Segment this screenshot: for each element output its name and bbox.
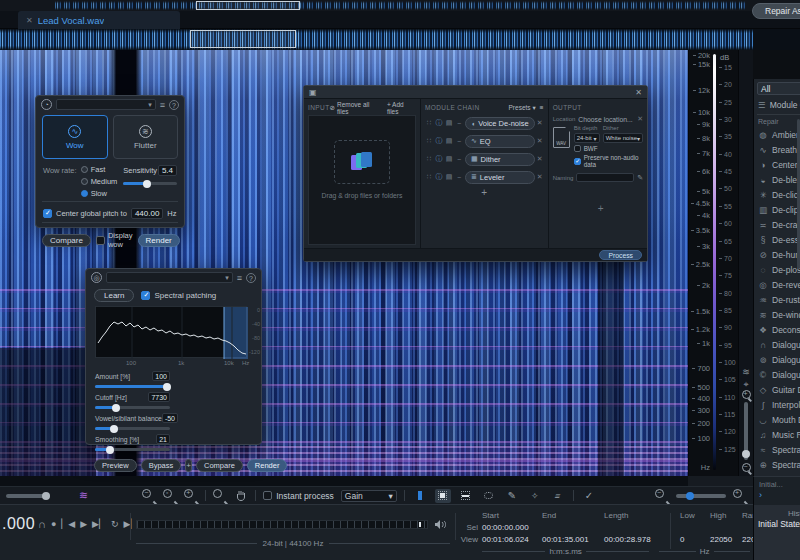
compare-button[interactable]: Compare — [196, 459, 243, 472]
render-button[interactable]: Render — [247, 459, 288, 472]
time-frequency-selection-tool[interactable] — [435, 489, 451, 503]
radio-fast-dot[interactable] — [81, 166, 88, 173]
preview-button[interactable]: Preview — [94, 459, 137, 472]
center-pitch-checkbox[interactable] — [43, 209, 52, 218]
param-value[interactable]: 21 — [156, 434, 170, 444]
info-icon[interactable]: ⓘ — [435, 118, 443, 128]
display-wow-checkbox[interactable] — [96, 236, 105, 245]
sidebar-module-item[interactable]: ♫ Music Rebalance — [754, 427, 800, 442]
help-icon[interactable]: ? — [246, 273, 256, 283]
process-button[interactable]: Process — [599, 250, 642, 260]
brush-selection-tool[interactable]: ✎ — [504, 489, 520, 503]
radio-fast[interactable]: Fast — [81, 165, 118, 174]
add-files-button[interactable]: + Add files — [387, 101, 416, 115]
spectral-patching-checkbox[interactable] — [141, 291, 150, 300]
batch-title-bar[interactable]: ▣ ✕ — [304, 86, 647, 99]
param-value[interactable]: 7730 — [148, 392, 170, 402]
instant-process-toggle[interactable]: Instant process — [263, 491, 334, 501]
sidebar-module-item[interactable]: ≋ De-wind — [754, 307, 800, 322]
edit-naming-icon[interactable]: ✎ — [637, 174, 643, 182]
expand-chevron-icon[interactable]: › — [754, 489, 800, 500]
display-wow-toggle[interactable]: Display wow — [96, 231, 133, 249]
history-item-initial-state[interactable]: Initial State — [758, 519, 800, 529]
chain-module-row[interactable]: ∷ ⓘ ▤ − ▦ Dither ✕ — [425, 151, 544, 167]
radio-medium[interactable]: Medium — [81, 177, 118, 186]
view-end-value[interactable]: 00:01:35.001 — [542, 535, 604, 544]
timeline-zoom-knob[interactable] — [686, 492, 694, 500]
overview-mini-strip[interactable] — [0, 0, 800, 11]
sidebar-module-item[interactable]: ≍ De-crackle — [754, 217, 800, 232]
presets-select[interactable]: Presets▾ — [509, 104, 536, 112]
locate-playhead-icon[interactable]: ⌖ — [743, 378, 748, 390]
drag-handle-icon[interactable]: ∷ — [425, 119, 433, 127]
vertical-zoom-knob[interactable] — [742, 450, 750, 458]
sidebar-module-item[interactable]: © Dialogue Isolate — [754, 367, 800, 382]
time-ruler[interactable] — [0, 476, 688, 486]
param-slider[interactable] — [95, 448, 170, 451]
previous-button[interactable]: ▏◀ — [61, 519, 75, 529]
instant-process-checkbox[interactable] — [263, 491, 272, 500]
spectrogram-layers-icon[interactable]: ≋ — [79, 489, 87, 502]
bit-depth-select[interactable]: 24-bit▾ — [574, 133, 600, 143]
frequency-ruler[interactable]: Hz 20k15k12k10k9k8k7k6k5k4.5k4k3.5k3k2.5… — [688, 50, 712, 476]
param-knob[interactable] — [112, 404, 120, 412]
remove-module-icon[interactable]: ✕ — [537, 137, 544, 145]
play-button[interactable]: ▶ — [80, 519, 87, 529]
bypass-icon[interactable]: − — [455, 156, 463, 163]
clear-location-icon[interactable]: ✕ — [637, 115, 643, 123]
add-module-button[interactable]: + — [425, 187, 544, 198]
sensitivity-knob[interactable] — [143, 180, 151, 188]
center-pitch-value[interactable]: 440.00 — [131, 208, 163, 219]
chain-menu-icon[interactable]: ≡ — [540, 104, 544, 111]
tab-lead-vocal[interactable]: ✕ Lead Vocal.wav — [18, 11, 180, 29]
repair-assistant-button[interactable]: Repair Assistant — [752, 3, 800, 19]
high-value[interactable]: 22050 — [710, 535, 742, 544]
sidebar-module-item[interactable]: ❖ Deconstruct — [754, 322, 800, 337]
param-value[interactable]: -50 — [162, 413, 178, 423]
module-filter-select[interactable]: All ▾ — [757, 82, 800, 95]
menu-icon[interactable]: ≡ — [237, 273, 242, 283]
sidebar-module-item[interactable]: ✳ De-click — [754, 187, 800, 202]
instant-process-module-select[interactable]: Gain ▾ — [341, 490, 397, 502]
info-icon[interactable]: ⓘ — [435, 136, 443, 146]
zoom-fit-icon[interactable]: + — [184, 489, 198, 503]
play-selection-button[interactable]: ▶▏ — [92, 519, 106, 529]
magic-wand-tool[interactable]: ✧ — [527, 489, 543, 503]
spectral-patching-toggle[interactable]: Spectral patching — [141, 291, 216, 300]
learn-button[interactable]: Learn — [94, 289, 134, 302]
blend-slider-knob[interactable] — [42, 492, 50, 500]
sidebar-item-module-chain[interactable]: ☰ Module Chain — [754, 97, 800, 112]
zoom-selection-icon[interactable]: ▫ — [163, 489, 177, 503]
help-icon[interactable]: ? — [169, 100, 179, 110]
spectrogram-waveform-blend-slider[interactable] — [6, 494, 50, 498]
param-value[interactable]: 100 — [152, 371, 170, 381]
wow-flutter-preset-select[interactable]: ▾ — [56, 99, 156, 110]
chain-module-row[interactable]: ∷ ⓘ ▤ − ≣ Leveler ✕ — [425, 169, 544, 185]
tab-flutter[interactable]: ≋ Flutter — [113, 115, 179, 159]
waveform-overview[interactable] — [0, 29, 800, 50]
sensitivity-value[interactable]: 5.4 — [158, 165, 177, 176]
drag-handle-icon[interactable]: ∷ — [425, 137, 433, 145]
hand-pan-tool-icon[interactable] — [234, 489, 248, 503]
sidebar-module-item[interactable]: ▥ De-clip — [754, 202, 800, 217]
timeline-zoom-slider[interactable] — [676, 494, 726, 498]
timeline-zoom-in-icon[interactable]: + — [733, 489, 747, 503]
settings-icon[interactable]: ▤ — [445, 137, 453, 145]
drag-handle-icon[interactable]: ∷ — [425, 155, 433, 163]
speaker-icon[interactable] — [435, 520, 446, 531]
info-icon[interactable]: ⓘ — [435, 154, 443, 164]
sidebar-module-item[interactable]: ◇ Guitar De-noise — [754, 382, 800, 397]
bypass-icon[interactable]: − — [455, 138, 463, 145]
param-knob[interactable] — [110, 425, 118, 433]
bwf-toggle[interactable]: BWF — [574, 145, 643, 152]
vertical-zoom-out-icon[interactable]: − — [742, 463, 751, 472]
monitor-headphones-icon[interactable]: ∩ — [38, 519, 46, 529]
find-similar-tool[interactable]: ✓ — [581, 489, 597, 503]
sidebar-module-item[interactable]: ⊘ De-hum — [754, 247, 800, 262]
param-slider[interactable] — [95, 406, 170, 409]
add-output-button[interactable]: + — [598, 203, 604, 214]
sidebar-module-item[interactable]: ∫ Interpolate — [754, 397, 800, 412]
bypass-icon[interactable]: − — [455, 174, 463, 181]
loop-button[interactable]: ↻ — [111, 519, 119, 529]
sidebar-module-item[interactable]: ∩ Dialogue Contour — [754, 337, 800, 352]
